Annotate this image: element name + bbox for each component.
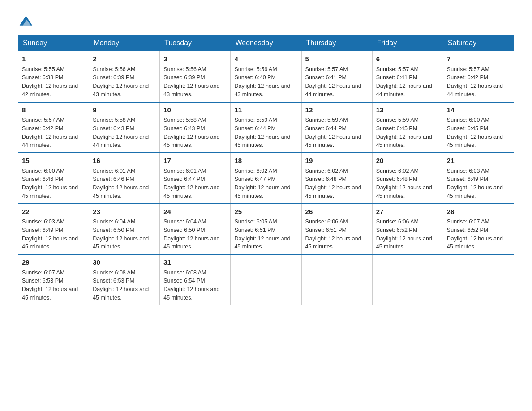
day-number: 31 — [163, 257, 227, 268]
sunset-text: Sunset: 6:53 PM — [22, 278, 63, 284]
sunset-text: Sunset: 6:49 PM — [22, 227, 63, 233]
week-row-1: 1Sunrise: 5:55 AMSunset: 6:38 PMDaylight… — [18, 51, 514, 102]
daylight-text: Daylight: 12 hours and 45 minutes. — [305, 235, 361, 250]
sunset-text: Sunset: 6:47 PM — [163, 176, 205, 182]
calendar-cell: 24Sunrise: 6:04 AMSunset: 6:50 PMDayligh… — [160, 204, 231, 255]
sunrise-text: Sunrise: 6:05 AM — [234, 218, 277, 225]
daylight-text: Daylight: 12 hours and 45 minutes. — [93, 184, 149, 199]
day-number: 24 — [163, 207, 227, 217]
calendar-cell: 17Sunrise: 6:01 AMSunset: 6:47 PMDayligh… — [160, 153, 231, 204]
page-header — [18, 13, 514, 28]
calendar-cell: 16Sunrise: 6:01 AMSunset: 6:46 PMDayligh… — [89, 153, 160, 204]
daylight-text: Daylight: 12 hours and 45 minutes. — [376, 184, 432, 199]
daylight-text: Daylight: 12 hours and 44 minutes. — [376, 83, 432, 98]
sunrise-text: Sunrise: 5:57 AM — [22, 117, 64, 123]
header-thursday: Thursday — [301, 35, 372, 51]
calendar-cell: 15Sunrise: 6:00 AMSunset: 6:46 PMDayligh… — [18, 153, 89, 204]
sunrise-text: Sunrise: 6:01 AM — [163, 168, 206, 174]
daylight-text: Daylight: 12 hours and 43 minutes. — [93, 83, 149, 98]
sunset-text: Sunset: 6:49 PM — [447, 176, 488, 182]
calendar-cell: 18Sunrise: 6:02 AMSunset: 6:47 PMDayligh… — [231, 153, 301, 204]
daylight-text: Daylight: 12 hours and 45 minutes. — [22, 286, 78, 301]
sunset-text: Sunset: 6:48 PM — [376, 176, 417, 182]
sunrise-text: Sunrise: 6:06 AM — [376, 218, 419, 225]
daylight-text: Daylight: 12 hours and 45 minutes. — [376, 235, 432, 250]
sunset-text: Sunset: 6:43 PM — [163, 125, 205, 132]
daylight-text: Daylight: 12 hours and 45 minutes. — [163, 134, 219, 149]
calendar-cell: 14Sunrise: 6:00 AMSunset: 6:45 PMDayligh… — [443, 102, 514, 153]
calendar-cell: 10Sunrise: 5:58 AMSunset: 6:43 PMDayligh… — [160, 102, 231, 153]
daylight-text: Daylight: 12 hours and 42 minutes. — [22, 83, 78, 98]
sunrise-text: Sunrise: 5:57 AM — [447, 66, 489, 73]
calendar-header-row: SundayMondayTuesdayWednesdayThursdayFrid… — [18, 35, 514, 51]
calendar-cell: 5Sunrise: 5:57 AMSunset: 6:41 PMDaylight… — [301, 51, 372, 102]
sunset-text: Sunset: 6:53 PM — [93, 278, 134, 284]
sunset-text: Sunset: 6:42 PM — [22, 125, 63, 132]
day-number: 19 — [305, 156, 369, 166]
sunrise-text: Sunrise: 6:03 AM — [447, 168, 489, 174]
calendar-cell: 12Sunrise: 5:59 AMSunset: 6:44 PMDayligh… — [301, 102, 372, 153]
sunset-text: Sunset: 6:50 PM — [93, 227, 134, 233]
calendar-table: SundayMondayTuesdayWednesdayThursdayFrid… — [18, 35, 514, 305]
sunset-text: Sunset: 6:43 PM — [93, 125, 134, 132]
header-monday: Monday — [89, 35, 160, 51]
sunrise-text: Sunrise: 6:02 AM — [234, 168, 277, 174]
sunrise-text: Sunrise: 5:57 AM — [305, 66, 348, 73]
calendar-cell: 28Sunrise: 6:07 AMSunset: 6:52 PMDayligh… — [443, 204, 514, 255]
day-number: 23 — [93, 207, 156, 217]
calendar-cell: 25Sunrise: 6:05 AMSunset: 6:51 PMDayligh… — [231, 204, 301, 255]
day-number: 13 — [376, 105, 439, 116]
calendar-cell: 27Sunrise: 6:06 AMSunset: 6:52 PMDayligh… — [372, 204, 443, 255]
calendar-cell: 19Sunrise: 6:02 AMSunset: 6:48 PMDayligh… — [301, 153, 372, 204]
sunrise-text: Sunrise: 6:00 AM — [447, 117, 489, 123]
calendar-cell: 8Sunrise: 5:57 AMSunset: 6:42 PMDaylight… — [18, 102, 89, 153]
sunrise-text: Sunrise: 6:08 AM — [163, 270, 206, 276]
day-number: 10 — [163, 105, 227, 116]
logo-icon — [19, 13, 33, 28]
day-number: 14 — [447, 105, 510, 116]
sunset-text: Sunset: 6:48 PM — [305, 176, 347, 182]
calendar-cell: 11Sunrise: 5:59 AMSunset: 6:44 PMDayligh… — [231, 102, 301, 153]
daylight-text: Daylight: 12 hours and 45 minutes. — [234, 235, 290, 250]
week-row-5: 29Sunrise: 6:07 AMSunset: 6:53 PMDayligh… — [18, 254, 514, 305]
sunset-text: Sunset: 6:50 PM — [163, 227, 205, 233]
day-number: 7 — [447, 54, 510, 64]
day-number: 25 — [234, 207, 297, 217]
sunset-text: Sunset: 6:38 PM — [22, 74, 63, 81]
sunrise-text: Sunrise: 5:59 AM — [376, 117, 419, 123]
day-number: 3 — [163, 54, 227, 64]
daylight-text: Daylight: 12 hours and 44 minutes. — [22, 134, 78, 149]
day-number: 27 — [376, 207, 439, 217]
sunset-text: Sunset: 6:51 PM — [305, 227, 347, 233]
day-number: 1 — [22, 54, 85, 64]
daylight-text: Daylight: 12 hours and 43 minutes. — [163, 83, 219, 98]
daylight-text: Daylight: 12 hours and 45 minutes. — [305, 184, 361, 199]
day-number: 6 — [376, 54, 439, 64]
day-number: 29 — [22, 257, 85, 268]
sunrise-text: Sunrise: 6:00 AM — [22, 168, 64, 174]
sunrise-text: Sunrise: 6:06 AM — [305, 218, 348, 225]
daylight-text: Daylight: 12 hours and 45 minutes. — [22, 235, 78, 250]
sunset-text: Sunset: 6:52 PM — [447, 227, 488, 233]
header-wednesday: Wednesday — [231, 35, 301, 51]
day-number: 2 — [93, 54, 156, 64]
calendar-cell: 3Sunrise: 5:56 AMSunset: 6:39 PMDaylight… — [160, 51, 231, 102]
sunset-text: Sunset: 6:45 PM — [376, 125, 417, 132]
day-number: 16 — [93, 156, 156, 166]
daylight-text: Daylight: 12 hours and 44 minutes. — [305, 83, 361, 98]
day-number: 9 — [93, 105, 156, 116]
sunrise-text: Sunrise: 6:04 AM — [93, 218, 135, 225]
sunset-text: Sunset: 6:39 PM — [163, 74, 205, 81]
daylight-text: Daylight: 12 hours and 45 minutes. — [234, 184, 290, 199]
calendar-cell: 1Sunrise: 5:55 AMSunset: 6:38 PMDaylight… — [18, 51, 89, 102]
calendar-cell: 2Sunrise: 5:56 AMSunset: 6:39 PMDaylight… — [89, 51, 160, 102]
day-number: 21 — [447, 156, 510, 166]
day-number: 20 — [376, 156, 439, 166]
daylight-text: Daylight: 12 hours and 44 minutes. — [93, 134, 149, 149]
day-number: 18 — [234, 156, 297, 166]
sunset-text: Sunset: 6:51 PM — [234, 227, 275, 233]
calendar-cell — [372, 254, 443, 305]
day-number: 4 — [234, 54, 297, 64]
day-number: 12 — [305, 105, 369, 116]
sunrise-text: Sunrise: 6:02 AM — [305, 168, 348, 174]
